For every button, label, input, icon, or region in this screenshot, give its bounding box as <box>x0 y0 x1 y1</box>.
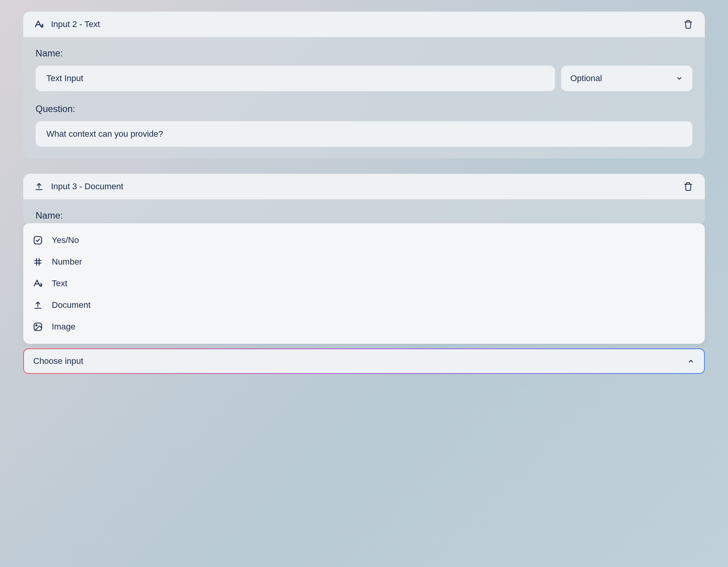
delete-input-3-button[interactable] <box>682 181 694 192</box>
name-label: Name: <box>36 48 692 59</box>
question-input[interactable] <box>36 121 692 147</box>
text-icon <box>32 278 43 289</box>
dropdown-option-number[interactable]: Number <box>26 251 702 273</box>
input-3-card: Input 3 - Document Name: <box>23 174 705 225</box>
name-label-3: Name: <box>36 210 692 221</box>
requirement-value: Optional <box>570 73 602 83</box>
checkbox-icon <box>32 235 43 246</box>
input-2-card: Input 2 - Text Name: Optional Question <box>23 12 705 158</box>
upload-icon <box>34 182 44 192</box>
dropdown-label: Number <box>52 257 82 267</box>
header-left: Input 2 - Text <box>34 19 100 29</box>
choose-input-inner: Choose input <box>24 349 704 373</box>
input-2-header: Input 2 - Text <box>23 12 705 37</box>
dropdown-option-yesno[interactable]: Yes/No <box>26 229 702 251</box>
name-input[interactable] <box>36 66 555 91</box>
dropdown-label: Image <box>52 322 75 332</box>
choose-input-selector[interactable]: Choose input <box>23 348 705 374</box>
text-icon <box>34 19 44 29</box>
dropdown-label: Document <box>52 300 90 310</box>
dropdown-option-image[interactable]: Image <box>26 316 702 338</box>
dropdown-option-document[interactable]: Document <box>26 294 702 316</box>
input-3-header: Input 3 - Document <box>23 174 705 199</box>
chevron-down-icon <box>675 75 683 82</box>
input-2-title: Input 2 - Text <box>51 19 100 29</box>
input-3-body: Name: <box>23 199 705 225</box>
chevron-up-icon <box>687 357 695 365</box>
upload-icon <box>32 300 43 311</box>
input-3-title: Input 3 - Document <box>51 182 123 192</box>
requirement-select[interactable]: Optional <box>561 66 692 91</box>
question-label: Question: <box>36 104 692 114</box>
delete-input-2-button[interactable] <box>682 19 694 30</box>
dropdown-label: Text <box>52 278 67 289</box>
svg-rect-0 <box>34 236 42 244</box>
image-icon <box>32 321 43 332</box>
name-row: Optional <box>36 66 692 91</box>
hash-icon <box>32 256 43 267</box>
dropdown-label: Yes/No <box>52 235 79 245</box>
choose-input-label: Choose input <box>33 356 83 366</box>
input-type-dropdown: Yes/No Number Text <box>23 223 705 344</box>
dropdown-option-text[interactable]: Text <box>26 273 702 294</box>
header-left: Input 3 - Document <box>34 182 123 192</box>
svg-point-6 <box>36 325 37 326</box>
input-2-body: Name: Optional Question: <box>23 37 705 158</box>
